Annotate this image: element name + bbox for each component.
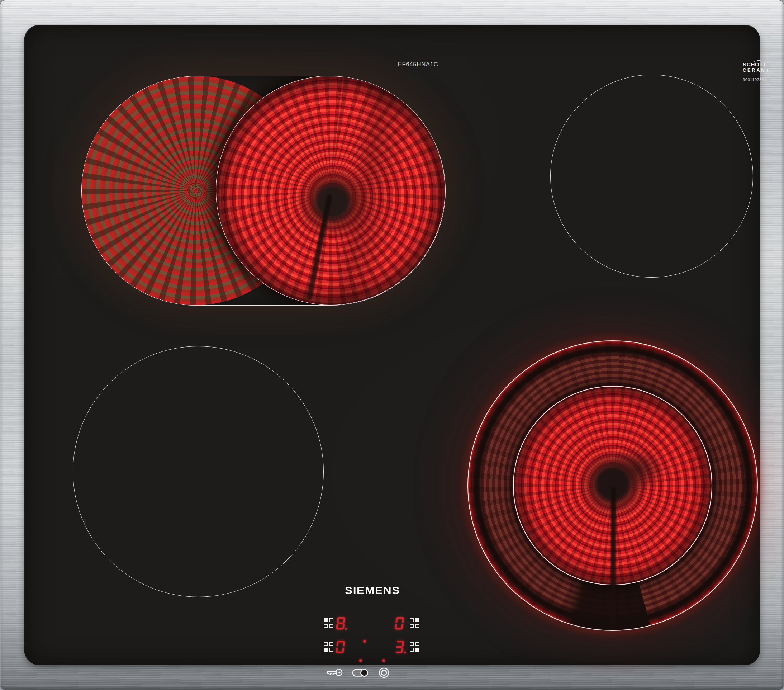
display-rear-right <box>395 616 407 630</box>
indicator-dot-left <box>359 659 362 662</box>
selector-square-top-left <box>410 618 414 622</box>
ceran-wordmark: CERAN <box>743 68 766 73</box>
schott-ceran-logo: SCHOTT CERAN® 9001197881 <box>743 61 784 82</box>
roaster-zone-icon[interactable] <box>352 668 369 677</box>
display-front-left <box>336 640 348 654</box>
dual-circuit-zone-icon[interactable] <box>378 667 390 678</box>
zone-rear-left-roaster <box>81 76 446 305</box>
selector-square-bottom-right <box>329 624 333 628</box>
selector-square-bottom-right <box>415 624 419 628</box>
indicator-dot-right <box>382 659 385 662</box>
zone-selector-rear-right <box>410 618 419 628</box>
hob-product-image: EF645HNA1C SCHOTT CERAN® 9001197881 SIEM… <box>0 0 784 690</box>
zone-selector-rear-left <box>324 618 333 628</box>
selector-square-bottom-left <box>410 624 414 628</box>
zone-front-right-dual <box>468 340 758 631</box>
selector-square-top-right <box>329 642 333 646</box>
selector-square-top-left <box>410 642 414 646</box>
serial-number-label: 9001197881 <box>743 78 784 82</box>
child-lock-key-icon[interactable] <box>326 668 343 677</box>
selector-square-bottom-left <box>410 648 414 652</box>
registered-mark: ® <box>766 68 769 73</box>
zone-front-right-element-connector <box>611 487 616 625</box>
selector-square-top-left <box>324 618 328 622</box>
selector-square-top-right <box>415 618 419 622</box>
brand-logo: SIEMENS <box>315 584 430 596</box>
indicator-dot-center <box>363 640 366 643</box>
touch-control-panel: SIEMENS <box>319 581 426 689</box>
model-number-label: EF645HNA1C <box>382 61 454 68</box>
schott-text: SCHOTT <box>743 61 784 68</box>
ceramic-glass-surface: EF645HNA1C SCHOTT CERAN® 9001197881 SIEM… <box>25 25 759 665</box>
ceran-text: CERAN® <box>743 68 784 73</box>
selector-square-bottom-right <box>329 648 333 652</box>
display-rear-left <box>337 616 348 630</box>
selector-square-bottom-left <box>324 648 328 652</box>
zone-front-left-outline <box>73 346 324 597</box>
selector-square-top-right <box>415 642 419 646</box>
display-front-right <box>395 640 407 654</box>
selector-square-top-right <box>329 618 333 622</box>
selector-square-top-left <box>324 642 328 646</box>
zone-rear-right-outline <box>550 74 753 277</box>
zone-rear-left-element-connector <box>307 194 332 300</box>
zone-rear-left-main-glow <box>216 76 445 305</box>
zone-selector-front-left <box>324 642 333 652</box>
selector-square-bottom-right <box>415 648 419 652</box>
selector-square-bottom-left <box>324 624 328 628</box>
zone-selector-front-right <box>410 642 419 652</box>
